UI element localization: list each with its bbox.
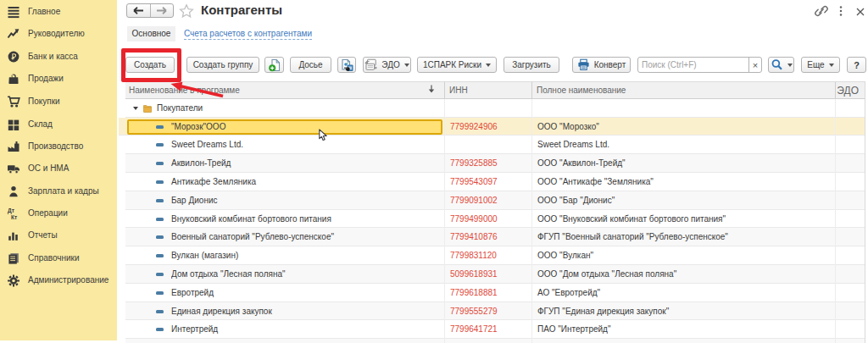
svg-text:Кт: Кт (11, 213, 17, 219)
